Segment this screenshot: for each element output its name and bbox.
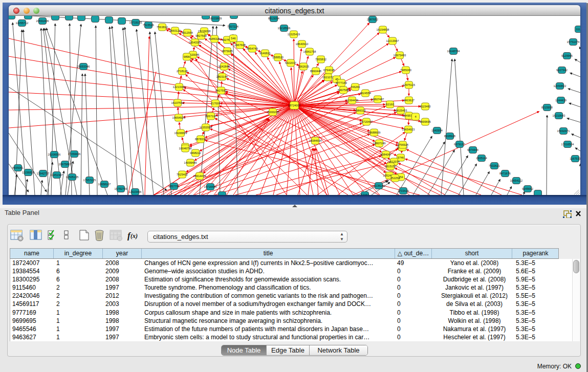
svg-text:19218506: 19218506 [278,27,291,30]
svg-text:9474444: 9474444 [467,148,478,151]
svg-text:9857791: 9857791 [168,185,180,188]
svg-text:17016504: 17016504 [561,143,574,146]
svg-text:16154838: 16154838 [377,28,389,31]
svg-text:11451947: 11451947 [51,173,63,177]
svg-text:19654923: 19654923 [402,128,415,131]
svg-text:9827500: 9827500 [195,34,207,37]
svg-text:8912954: 8912954 [182,31,193,34]
svg-text:5322037: 5322037 [285,61,296,64]
svg-text:16914479: 16914479 [193,174,206,178]
svg-text:1621072: 1621072 [322,76,334,79]
svg-text:12162: 12162 [361,193,369,195]
svg-text:9129966: 9129966 [561,54,573,57]
svg-text:19384554: 19384554 [309,139,322,142]
svg-text:9146821: 9146821 [259,52,271,55]
svg-text:8215958: 8215958 [541,106,553,109]
svg-text:10654112: 10654112 [510,179,522,182]
svg-text:14055712: 14055712 [16,21,29,25]
svg-text:16648784: 16648784 [447,50,460,53]
svg-text:7632621: 7632621 [489,164,500,167]
svg-text:7357224: 7357224 [227,25,238,28]
svg-text:20691406: 20691406 [36,19,49,23]
svg-text:18807249: 18807249 [373,142,386,145]
svg-text:7485063: 7485063 [400,69,411,72]
svg-text:15716485: 15716485 [204,185,217,188]
svg-text:2087652: 2087652 [367,18,378,21]
svg-text:1112: 1112 [576,28,580,31]
svg-text:12213369: 12213369 [173,85,186,89]
svg-text:15751074: 15751074 [567,40,580,43]
svg-text:10807487: 10807487 [372,98,384,101]
svg-text:13942737: 13942737 [37,172,50,175]
svg-text:1244419: 1244419 [555,99,567,102]
svg-text:12923466: 12923466 [129,190,142,193]
svg-text:2803144: 2803144 [216,75,228,78]
svg-text:16782759: 16782759 [115,187,127,190]
svg-text:8427552: 8427552 [215,89,227,92]
svg-text:1733426: 1733426 [398,189,409,192]
svg-text:9115460: 9115460 [420,105,430,108]
svg-text:(x): (x) [130,232,138,239]
svg-text:2935114: 2935114 [476,157,487,160]
svg-text:29053346: 29053346 [77,65,90,68]
svg-text:11325419: 11325419 [288,33,300,36]
svg-text:546: 546 [231,37,235,40]
svg-text:17359936: 17359936 [68,152,81,156]
svg-text:12093822: 12093822 [554,84,567,87]
svg-text:1588520: 1588520 [272,56,284,59]
svg-text:9699695: 9699695 [420,120,431,123]
svg-text:7986322: 7986322 [355,109,366,112]
svg-text:8186325: 8186325 [209,37,220,40]
svg-text:12975115: 12975115 [403,83,415,86]
svg-text:9660124: 9660124 [169,29,181,32]
svg-text:11156828: 11156828 [22,171,34,174]
svg-text:8471676: 8471676 [499,172,511,175]
svg-text:15720407: 15720407 [360,120,373,123]
svg-text:9746: 9746 [398,156,404,159]
svg-text:3875685: 3875685 [222,50,233,53]
svg-text:17957225: 17957225 [83,179,96,182]
svg-text:10958107: 10958107 [98,183,111,186]
svg-text:252254: 252254 [390,177,400,180]
svg-text:19654925: 19654925 [172,116,185,119]
svg-text:16210643: 16210643 [553,114,565,117]
svg-text:7625402: 7625402 [177,173,188,176]
svg-text:1167533: 1167533 [570,157,580,160]
svg-text:16543382: 16543382 [189,41,202,44]
svg-text:1362615: 1362615 [298,65,309,68]
svg-text:9896: 9896 [184,55,190,58]
svg-text:8435061: 8435061 [12,166,24,169]
svg-text:9242848: 9242848 [219,65,230,68]
svg-text:2718126: 2718126 [177,70,188,73]
svg-text:6679197: 6679197 [454,143,465,146]
svg-text:10025453: 10025453 [395,109,407,112]
svg-text:746266: 746266 [351,85,360,89]
svg-text:10046798: 10046798 [179,147,192,150]
svg-text:3498222: 3498222 [190,151,201,155]
svg-text:7955812: 7955812 [315,58,326,61]
svg-text:9227342: 9227342 [556,69,568,72]
svg-text:6497568: 6497568 [338,89,349,92]
svg-text:15136141: 15136141 [373,184,385,187]
svg-text:217006: 217006 [211,102,221,105]
svg-text:8990448: 8990448 [310,70,321,73]
svg-text:9777169: 9777169 [336,81,347,84]
svg-text:16107552: 16107552 [171,101,184,104]
svg-text:8878332: 8878332 [195,138,206,141]
svg-text:20206556: 20206556 [48,153,61,156]
svg-text:10688609: 10688609 [368,131,381,134]
svg-text:16033809: 16033809 [209,17,222,20]
svg-text:8938928: 8938928 [444,135,455,138]
svg-text:18640910: 18640910 [296,42,309,46]
svg-text:21364436: 21364436 [346,99,359,102]
svg-text:3624554: 3624554 [360,92,371,95]
svg-text:16961758: 16961758 [303,50,316,53]
svg-text:19166829: 19166829 [175,132,187,135]
svg-text:9245652: 9245652 [522,187,533,190]
svg-text:2967608: 2967608 [234,43,246,47]
svg-text:20975867: 20975867 [59,163,72,166]
svg-text:12505135: 12505135 [66,176,79,179]
svg-text:18724007: 18724007 [288,104,301,107]
svg-text:15692971: 15692971 [557,129,570,133]
svg-text:7563822: 7563822 [157,26,168,29]
